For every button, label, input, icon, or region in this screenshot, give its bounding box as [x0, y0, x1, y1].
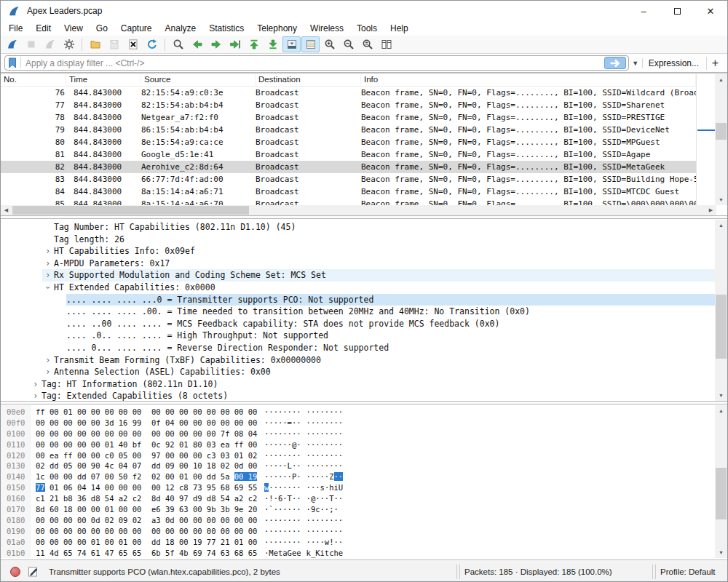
hex-bytes[interactable]: 02 00 01 00 dd 5a 00 19 [151, 471, 258, 482]
hex-row-0180[interactable]: 018000 00 00 00 0d 02 09 02a3 0d 00 00 0… [1, 515, 715, 526]
hex-bytes[interactable]: 00 00 00 00 00 00 00 00 [151, 526, 258, 537]
chevron-right-icon[interactable]: › [30, 378, 41, 391]
add-filter-button[interactable]: + [706, 57, 724, 70]
hex-bytes[interactable]: 1c 00 00 dd 07 00 50 f2 [36, 471, 142, 482]
detail-line-2[interactable]: ›HT Capabilities Info: 0x09ef [1, 245, 715, 258]
scroll-right-icon[interactable]: ▶ [705, 205, 716, 215]
go-to-packet-button[interactable] [226, 36, 244, 52]
ascii-bytes[interactable]: ········ [264, 515, 301, 526]
ascii-bytes[interactable]: ······@· [264, 439, 301, 450]
close-button[interactable]: ✕ [694, 1, 727, 21]
ascii-bytes[interactable]: ········ [306, 439, 344, 450]
chevron-right-icon[interactable]: › [42, 245, 54, 258]
chevron-right-icon[interactable]: › [42, 258, 54, 270]
hex-row-0100[interactable]: 010000 00 00 00 00 00 00 0000 00 00 00 0… [1, 428, 715, 439]
packet-row-82[interactable]: 82844.843000Aerohive_c2:8d:64BroadcastBe… [1, 161, 696, 173]
start-capture-button[interactable] [3, 36, 21, 52]
ascii-bytes[interactable]: ·9c··;· [306, 504, 344, 515]
scroll-up-icon[interactable]: ▲ [715, 74, 727, 85]
packet-row-76[interactable]: 76844.84300082:15:54:a9:c0:3eBroadcastBe… [1, 87, 696, 99]
ascii-bytes[interactable]: ········ [264, 450, 301, 461]
open-file-button[interactable] [86, 36, 104, 52]
scroll-left-icon[interactable]: ◀ [1, 205, 12, 215]
hex-bytes[interactable]: 97 00 00 00 c3 03 01 02 [151, 450, 258, 461]
hex-row-01b0[interactable]: 01b011 4d 65 74 61 47 65 656b 5f 4b 69 7… [1, 548, 715, 558]
column-header-time[interactable]: Time [66, 74, 141, 86]
column-header-source[interactable]: Source [141, 74, 256, 86]
go-forward-button[interactable] [207, 36, 225, 52]
hex-bytes[interactable]: 77 01 06 04 14 00 00 00 [36, 482, 142, 493]
scroll-down-icon[interactable]: ▼ [715, 194, 727, 205]
expert-info-icon[interactable] [10, 567, 20, 577]
expression-button[interactable]: Expression... [642, 58, 706, 68]
packet-row-77[interactable]: 77844.84300082:15:54:ab:b4:b4BroadcastBe… [1, 99, 696, 111]
ascii-bytes[interactable]: ·`······ [264, 504, 301, 515]
menu-wireless[interactable]: Wireless [304, 21, 350, 36]
menu-analyze[interactable]: Analyze [159, 21, 203, 36]
restart-capture-button[interactable] [41, 36, 59, 52]
packet-row-80[interactable]: 80844.8430008e:15:54:a9:ca:ceBroadcastBe… [1, 136, 696, 148]
column-header-no[interactable]: No. [1, 74, 66, 86]
ascii-bytes[interactable]: w······· [264, 482, 301, 493]
hscrollbar-thumb[interactable] [12, 206, 249, 215]
detail-line-7[interactable]: .... .... .... .00. = Time needed to tra… [1, 306, 715, 318]
detail-line-8[interactable]: .... ..00 .... .... = MCS Feedback capab… [1, 318, 715, 330]
pane-splitter-top[interactable] [1, 215, 727, 219]
ascii-bytes[interactable]: ········ [306, 418, 344, 428]
hex-bytes[interactable]: a3 0d 00 00 00 00 00 00 [151, 515, 258, 526]
scroll-down-icon[interactable]: ▼ [715, 390, 727, 401]
hex-bytes[interactable]: dd 18 00 19 77 21 01 00 [151, 537, 258, 548]
packet-row-84[interactable]: 84844.8430008a:15:14:a4:a6:71BroadcastBe… [1, 186, 696, 198]
ascii-bytes[interactable]: ·····Z·· [306, 471, 344, 482]
detail-line-4[interactable]: ›Rx Supported Modulation and Coding Sche… [1, 269, 715, 282]
menu-help[interactable]: Help [384, 21, 415, 36]
scroll-down-icon[interactable]: ▼ [715, 547, 727, 558]
scrollbar-thumb[interactable] [716, 295, 727, 359]
reload-file-button[interactable] [143, 36, 161, 52]
detail-line-5[interactable]: ›HT Extended Capabilities: 0x0000 [1, 282, 715, 294]
maximize-button[interactable] [660, 1, 694, 21]
ascii-bytes[interactable]: ········ [306, 450, 344, 461]
hex-bytes[interactable]: 00 00 00 00 00 3d 16 99 [36, 418, 142, 428]
ascii-bytes[interactable]: ········ [264, 526, 301, 537]
column-header-destination[interactable]: Destination [256, 74, 361, 86]
packet-list-minimap[interactable] [696, 74, 715, 205]
hex-bytes[interactable]: 00 00 00 00 01 00 01 00 [36, 537, 142, 548]
minimize-button[interactable]: – [627, 1, 660, 21]
zoom-out-button[interactable] [339, 36, 357, 52]
resize-columns-button[interactable] [377, 36, 395, 52]
chevron-right-icon[interactable]: › [30, 390, 41, 401]
hex-bytes[interactable]: 00 00 00 00 00 00 00 00 [36, 526, 142, 537]
go-to-bottom-button[interactable] [264, 36, 282, 52]
filter-bookmark-icon[interactable] [8, 57, 17, 68]
details-scrollbar[interactable]: ▲ ▼ [715, 220, 727, 401]
menu-go[interactable]: Go [90, 21, 114, 36]
detail-line-1[interactable]: Tag length: 26 [1, 234, 715, 246]
hex-scrollbar[interactable]: ▲ ▼ [715, 405, 727, 558]
detail-line-0[interactable]: Tag Number: HT Capabilities (802.11n D1.… [1, 221, 715, 234]
hex-bytes[interactable]: 00 00 00 00 00 00 00 00 [151, 407, 258, 418]
hex-bytes[interactable]: 00 00 00 00 00 00 00 00 [36, 428, 142, 439]
ascii-bytes[interactable]: ·····=·· [264, 418, 301, 428]
colorize-toggle-button[interactable] [301, 36, 320, 52]
hex-bytes[interactable]: ff 00 01 00 00 00 00 00 [36, 407, 142, 418]
ascii-bytes[interactable]: ········ [306, 428, 344, 439]
chevron-right-icon[interactable]: › [42, 354, 54, 367]
ascii-bytes[interactable]: ·@···T·· [306, 493, 344, 504]
detail-line-12[interactable]: ›Antenna Selection (ASEL) Capabilities: … [1, 366, 715, 378]
hex-bytes[interactable]: 00 00 00 00 00 7f 08 04 [151, 428, 258, 439]
zoom-in-button[interactable] [320, 36, 339, 52]
hex-row-0130[interactable]: 013002 dd 05 00 90 4c 04 07dd 09 00 10 1… [1, 461, 715, 471]
detail-line-10[interactable]: .... 0... .... .... = Reverse Direction … [1, 342, 715, 354]
menu-view[interactable]: View [58, 21, 90, 36]
ascii-bytes[interactable]: ···s·hiU [306, 482, 344, 493]
packet-row-85[interactable]: 85844.8430008a:15:14:a4:a6:70BroadcastBe… [1, 198, 696, 205]
stop-capture-button[interactable] [22, 36, 40, 52]
packet-row-81[interactable]: 81844.843000Google_d5:1e:41BroadcastBeac… [1, 148, 696, 161]
pane-splitter-bottom[interactable] [1, 401, 727, 404]
save-file-button[interactable] [105, 36, 123, 52]
column-header-info[interactable]: Info [361, 74, 696, 86]
menu-tools[interactable]: Tools [350, 21, 384, 36]
packet-list-hscrollbar[interactable]: ◀ ▶ [1, 205, 716, 215]
hex-bytes[interactable]: 02 dd 05 00 90 4c 04 07 [36, 461, 142, 471]
